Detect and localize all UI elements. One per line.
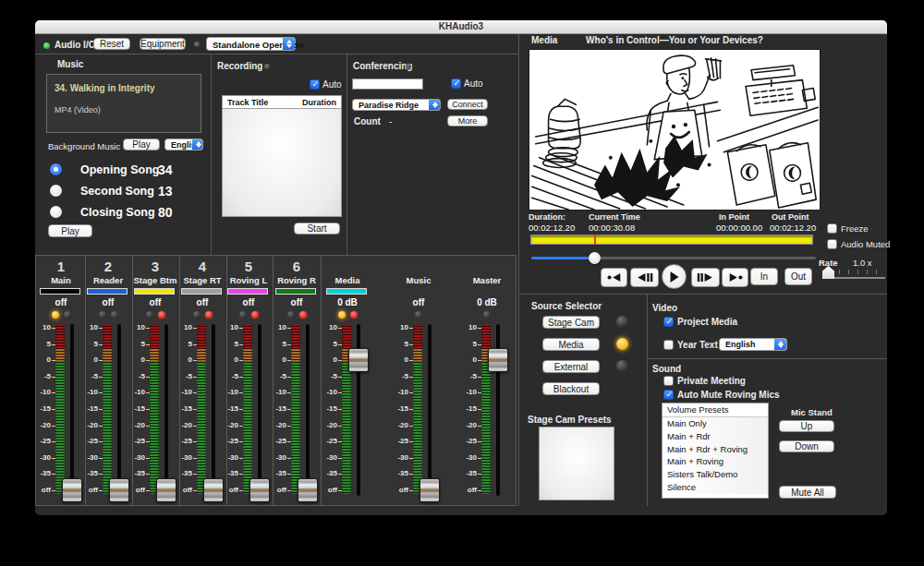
app-window: KHAudio3 Audio I/O Reset Equipment Stand… xyxy=(35,20,887,515)
source-stage-cam-button[interactable]: Stage Cam xyxy=(542,316,600,329)
out-point-label: Out Point xyxy=(772,212,809,222)
audio-muted-checkbox[interactable] xyxy=(827,239,837,249)
scale-label: -10 xyxy=(395,389,408,396)
channel-name: Master xyxy=(463,275,511,285)
song-row-second[interactable]: Second Song 13 xyxy=(50,184,207,199)
volume-presets-list[interactable]: Volume Presets Main OnlyMain + RdrMain +… xyxy=(662,403,769,499)
auto-mute-label: Auto Mute Roving Mics xyxy=(677,390,780,400)
music-play-button[interactable]: Play xyxy=(48,224,92,237)
fader-track[interactable] xyxy=(117,324,121,496)
closing-song-radio[interactable] xyxy=(50,206,62,218)
fader-media[interactable] xyxy=(348,348,369,372)
scale-label: -35 xyxy=(225,470,238,477)
channel-led-off xyxy=(64,311,71,319)
channel-number: 1 xyxy=(37,259,85,274)
preset-item[interactable]: Main + Roving xyxy=(663,455,768,468)
fader-track[interactable] xyxy=(70,324,74,496)
reset-button[interactable]: Reset xyxy=(93,38,130,50)
media-scrub-slider[interactable] xyxy=(531,252,816,264)
fader-roving-r[interactable] xyxy=(298,478,318,502)
song-row-closing[interactable]: Closing Song 80 xyxy=(50,205,207,220)
recording-track-table[interactable]: Track Title Duration xyxy=(222,95,342,217)
channel-led-off xyxy=(483,311,491,319)
scale-label: off xyxy=(395,487,408,494)
source-media-button[interactable]: Media xyxy=(542,338,600,351)
stage-cam-presets-list[interactable] xyxy=(539,427,614,500)
scale-label: -20 xyxy=(131,422,145,429)
rate-slider-thumb[interactable] xyxy=(822,266,834,279)
step-forward-button[interactable] xyxy=(691,268,720,287)
video-preview[interactable] xyxy=(529,49,821,211)
operation-mode-select[interactable]: Standalone Operation xyxy=(206,37,296,51)
fader-track[interactable] xyxy=(258,324,261,496)
rate-slider[interactable] xyxy=(822,266,885,281)
year-text-checkbox[interactable] xyxy=(663,340,674,350)
recording-start-button[interactable]: Start xyxy=(294,223,340,235)
preset-item[interactable]: Sisters Talk/Demo xyxy=(663,468,768,481)
slider-thumb[interactable] xyxy=(589,252,601,264)
background-music-language-select[interactable]: English xyxy=(164,138,203,151)
channel-led-off xyxy=(415,311,422,319)
fader-track[interactable] xyxy=(164,324,168,496)
source-blackout-button[interactable]: Blackout xyxy=(542,382,600,395)
preset-item[interactable]: Main + Rdr + Roving xyxy=(663,443,768,456)
opening-song-radio[interactable] xyxy=(50,163,62,175)
mute-all-button[interactable]: Mute All xyxy=(779,486,836,499)
level-meter xyxy=(197,324,206,494)
go-to-end-button[interactable] xyxy=(722,268,748,287)
preset-item[interactable]: Silence xyxy=(663,481,768,494)
preset-item[interactable]: Main + Rdr xyxy=(663,430,768,443)
scale-label: -15 xyxy=(84,405,98,413)
fader-track[interactable] xyxy=(212,324,215,496)
step-back-button[interactable] xyxy=(630,268,659,287)
fader-track[interactable] xyxy=(306,324,310,496)
fader-stage-rt[interactable] xyxy=(203,478,224,502)
preset-item[interactable]: Main Only xyxy=(663,417,768,430)
channel-color-bar xyxy=(181,288,222,295)
fader-stage-btm[interactable] xyxy=(156,478,176,502)
year-text-language-select[interactable]: English xyxy=(719,338,787,351)
project-media-checkbox[interactable] xyxy=(663,317,674,327)
select-stepper-icon xyxy=(774,339,786,350)
channel-level: off xyxy=(273,297,321,307)
more-button[interactable]: More xyxy=(447,115,488,126)
fader-reader[interactable] xyxy=(109,478,129,502)
private-meeting-checkbox[interactable] xyxy=(663,376,674,386)
recording-auto-checkbox[interactable] xyxy=(310,79,320,90)
auto-mute-checkbox[interactable] xyxy=(663,390,674,400)
set-in-point-button[interactable]: In xyxy=(750,268,778,285)
fader-track[interactable] xyxy=(428,324,432,496)
equipment-button[interactable]: Equipment xyxy=(140,38,186,50)
scale-label: -10 xyxy=(84,389,98,396)
second-song-radio[interactable] xyxy=(50,185,62,197)
title-bar[interactable]: KHAudio3 xyxy=(35,20,887,34)
channel-led-off xyxy=(111,311,118,319)
channel-strip-main: 1Mainoff1050-5-10-15-20-25-30-35off xyxy=(37,256,85,505)
go-to-start-button[interactable] xyxy=(601,268,627,287)
play-button[interactable] xyxy=(662,264,687,289)
scale-label: -25 xyxy=(323,438,337,445)
fader-master[interactable] xyxy=(488,348,508,372)
mic-stand-up-button[interactable]: Up xyxy=(779,420,834,432)
fader-music[interactable] xyxy=(419,478,440,502)
mic-stand-down-button[interactable]: Down xyxy=(779,440,834,452)
fader-roving-l[interactable] xyxy=(249,478,270,502)
conference-room-value: Paradise Ridge xyxy=(359,101,419,110)
conferencing-auto-checkbox[interactable] xyxy=(451,78,461,89)
scale-label: off xyxy=(225,487,238,494)
freeze-checkbox[interactable] xyxy=(827,223,837,234)
conference-name-input[interactable] xyxy=(352,78,423,90)
background-music-play-button[interactable]: Play xyxy=(123,138,160,151)
song-row-opening[interactable]: Opening Song 34 xyxy=(50,163,207,177)
level-meter xyxy=(291,324,300,494)
connect-button[interactable]: Connect xyxy=(447,99,488,110)
media-progress-bar[interactable] xyxy=(530,235,813,245)
source-external-button[interactable]: External xyxy=(542,360,600,373)
conference-room-select[interactable]: Paradise Ridge xyxy=(352,99,441,111)
scale-label: -10 xyxy=(273,389,286,396)
playhead-marker[interactable] xyxy=(594,235,596,245)
song-number: 34 xyxy=(158,163,173,177)
year-text-label: Year Text xyxy=(677,340,718,350)
set-out-point-button[interactable]: Out xyxy=(784,268,812,285)
fader-main[interactable] xyxy=(62,478,82,502)
